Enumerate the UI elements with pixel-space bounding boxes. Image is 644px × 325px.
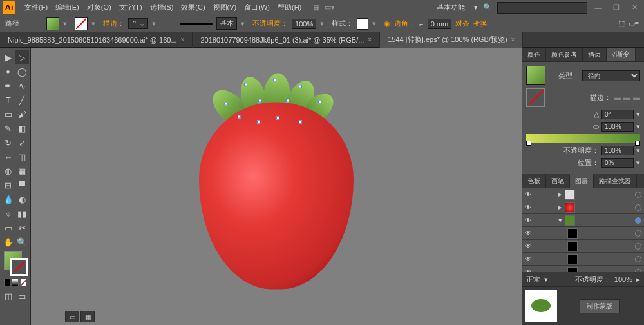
- screen-mode[interactable]: ▭: [15, 289, 30, 303]
- gradient-preview[interactable]: [526, 66, 545, 85]
- perspective-tool[interactable]: ▦: [15, 164, 30, 178]
- workspace-selector[interactable]: 基本功能: [431, 3, 470, 12]
- close-icon[interactable]: ×: [181, 36, 185, 43]
- menu-object[interactable]: 对象(O): [83, 3, 115, 12]
- menu-select[interactable]: 选择(S): [146, 3, 178, 12]
- panel-menu-icon[interactable]: ▭≡: [629, 19, 639, 28]
- stroke-swatch[interactable]: [75, 17, 88, 30]
- corner-icon[interactable]: ⌐: [419, 20, 423, 28]
- paintbrush-tool[interactable]: 🖌: [15, 107, 30, 121]
- doc-tab-1[interactable]: Nipic_9885883_20150605101634669000.ai* @…: [0, 32, 193, 48]
- gradient-tool[interactable]: ▀: [15, 178, 30, 192]
- isolate-icon[interactable]: ⬚: [618, 19, 625, 28]
- menu-help[interactable]: 帮助(H): [274, 3, 305, 12]
- target-icon[interactable]: [635, 217, 641, 224]
- layer-thumb[interactable]: [567, 228, 578, 239]
- color-tab[interactable]: 颜色: [522, 48, 546, 61]
- close-icon[interactable]: ×: [368, 36, 372, 43]
- layer-row[interactable]: 👁▸: [522, 188, 644, 201]
- draw-mode[interactable]: ◫: [1, 289, 15, 303]
- ratio-input[interactable]: [601, 122, 634, 132]
- make-mask-button[interactable]: 制作蒙版: [580, 299, 620, 313]
- stop-opacity-input[interactable]: [601, 146, 634, 155]
- maximize-button[interactable]: ❐: [609, 2, 623, 14]
- fill-dropdown-icon[interactable]: ▾: [63, 19, 71, 28]
- layer-thumb[interactable]: [565, 215, 575, 226]
- direct-selection-tool[interactable]: ▷: [15, 50, 30, 64]
- bridge-icon[interactable]: ▦: [313, 3, 319, 12]
- menu-window[interactable]: 窗口(W): [240, 3, 274, 12]
- free-transform-tool[interactable]: ◫: [15, 150, 30, 164]
- layer-thumb[interactable]: [565, 190, 575, 200]
- brushes-tab[interactable]: 画笔: [546, 174, 570, 188]
- layer-row[interactable]: 👁: [522, 266, 644, 272]
- target-icon[interactable]: [635, 204, 641, 211]
- layer-row[interactable]: 👁▸: [522, 201, 644, 214]
- gradient-stroke-preview[interactable]: [526, 88, 545, 107]
- visibility-icon[interactable]: 👁: [525, 230, 534, 237]
- selection-tool[interactable]: ▶: [1, 50, 15, 64]
- stroke-btn-3[interactable]: ▬: [633, 94, 640, 101]
- menu-effect[interactable]: 效果(C): [177, 3, 209, 12]
- doc-tab-2[interactable]: 201801077909488Jk6p6_01 (3).ai* @ 35% (R…: [193, 32, 380, 48]
- mask-thumb[interactable]: [525, 290, 557, 322]
- gradient-mode[interactable]: [12, 279, 18, 286]
- gradient-slider[interactable]: 🗑: [526, 134, 640, 143]
- none-mode[interactable]: [20, 279, 26, 286]
- visibility-icon[interactable]: 👁: [525, 217, 534, 224]
- shape-builder-tool[interactable]: ◍: [1, 164, 15, 178]
- scale-tool[interactable]: ⤢: [15, 135, 30, 150]
- layer-row[interactable]: 👁: [522, 240, 644, 253]
- layer-thumb[interactable]: [567, 254, 578, 264]
- stroke-btn-1[interactable]: ▬: [614, 94, 621, 101]
- stroke-dropdown-icon[interactable]: ▾: [91, 19, 99, 28]
- line-tool[interactable]: ╱: [15, 93, 30, 107]
- workspace-dropdown-icon[interactable]: ▾: [474, 3, 478, 12]
- color-guide-tab[interactable]: 颜色参考: [546, 48, 583, 61]
- align-label[interactable]: 对齐: [455, 19, 469, 28]
- layer-row[interactable]: 👁▾: [522, 214, 644, 227]
- blend-tool[interactable]: ◐: [15, 192, 30, 206]
- pen-tool[interactable]: ✒: [1, 79, 15, 93]
- lasso-tool[interactable]: ◯: [15, 64, 30, 79]
- visibility-icon[interactable]: 👁: [525, 242, 534, 250]
- stroke-label[interactable]: 描边：: [103, 19, 124, 28]
- target-icon[interactable]: [635, 243, 641, 250]
- visibility-icon[interactable]: 👁: [525, 204, 534, 211]
- close-button[interactable]: ✕: [627, 2, 641, 14]
- stroke-tab[interactable]: 描边: [583, 48, 607, 61]
- mesh-tool[interactable]: ⊞: [1, 178, 15, 192]
- pathfinder-tab[interactable]: 路径查找器: [594, 174, 637, 188]
- target-icon[interactable]: [635, 256, 641, 262]
- expand-icon[interactable]: ▾: [558, 216, 562, 224]
- visibility-icon[interactable]: 👁: [525, 191, 534, 198]
- layer-thumb[interactable]: [567, 267, 578, 273]
- menu-edit[interactable]: 编辑(E): [52, 3, 83, 12]
- curvature-tool[interactable]: ∿: [15, 79, 30, 93]
- magic-wand-tool[interactable]: ✦: [1, 64, 15, 79]
- canvas[interactable]: ▭ ▦: [31, 48, 522, 325]
- eyedropper-tool[interactable]: 💧: [1, 192, 15, 206]
- target-icon[interactable]: [635, 192, 641, 198]
- target-icon[interactable]: [635, 230, 641, 237]
- visibility-icon[interactable]: 👁: [525, 255, 534, 262]
- expand-icon[interactable]: ▸: [558, 203, 562, 212]
- minimize-button[interactable]: —: [591, 2, 605, 14]
- menu-view[interactable]: 视图(V): [209, 3, 241, 12]
- menu-type[interactable]: 文字(T): [115, 3, 146, 12]
- fill-stroke-indicator[interactable]: [1, 251, 29, 277]
- width-tool[interactable]: ↔: [1, 150, 15, 164]
- gradient-type-select[interactable]: 径向: [582, 70, 640, 81]
- arrange-icon[interactable]: ▭▾: [325, 3, 335, 12]
- fill-swatch[interactable]: [46, 17, 59, 30]
- corner-label[interactable]: 边角：: [394, 19, 415, 28]
- opacity-value[interactable]: 100%: [292, 19, 316, 29]
- angle-input[interactable]: [601, 110, 634, 119]
- zoom-tool[interactable]: 🔍: [15, 235, 30, 249]
- close-icon[interactable]: ×: [511, 36, 515, 43]
- blend-mode[interactable]: 正常: [526, 275, 540, 284]
- style-swatch[interactable]: [357, 18, 368, 30]
- symbol-sprayer-tool[interactable]: ⟐: [1, 206, 15, 221]
- stroke-weight[interactable]: ⌃ ⌄: [128, 18, 148, 29]
- stop-position-input[interactable]: [601, 158, 634, 168]
